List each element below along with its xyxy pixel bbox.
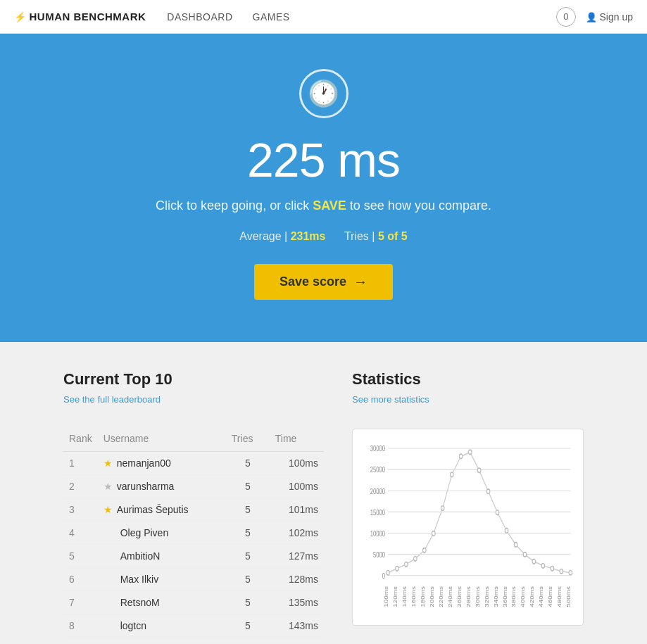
table-row: 4 Oleg Piven 5 102ms (63, 522, 324, 545)
svg-text:160ms: 160ms (410, 586, 416, 607)
table-row: 8 logtcn 5 143ms (63, 614, 324, 638)
username-cell: ★Aurimas Šeputis (98, 498, 226, 522)
leaderboard-title: Current Top 10 (63, 370, 324, 389)
col-rank: Rank (63, 429, 98, 452)
save-word: SAVE (313, 198, 346, 213)
table-row: 6 Max Ilkiv 5 128ms (63, 568, 324, 591)
statistics-chart: 300002500020000150001000050000100ms120ms… (352, 429, 584, 626)
silver-star-icon: ★ (103, 481, 113, 492)
hero-stats: Average | 231ms Tries | 5 of 5 (14, 230, 633, 243)
games-link[interactable]: GAMES (253, 11, 290, 23)
svg-text:10000: 10000 (370, 529, 385, 538)
svg-point-46 (486, 489, 490, 494)
svg-point-54 (560, 569, 563, 574)
leaderboard-section: Current Top 10 See the full leaderboard … (63, 370, 324, 638)
rank-cell: 5 (63, 545, 98, 568)
svg-text:260ms: 260ms (456, 586, 462, 607)
username-cell: Oleg Piven (98, 522, 226, 545)
svg-point-43 (459, 454, 463, 459)
svg-text:300ms: 300ms (475, 586, 480, 607)
svg-point-35 (387, 570, 390, 575)
svg-text:340ms: 340ms (493, 586, 498, 607)
svg-point-42 (450, 472, 453, 477)
tries-label: Tries | (344, 230, 378, 242)
svg-text:15000: 15000 (370, 507, 385, 517)
time-cell: 135ms (270, 591, 324, 614)
username-cell: Max Ilkiv (98, 568, 226, 591)
gold-star-icon: ★ (103, 457, 113, 469)
username-text: Oleg Piven (120, 527, 168, 538)
svg-point-50 (523, 553, 527, 557)
signup-button[interactable]: Sign up (586, 11, 633, 23)
svg-point-49 (514, 543, 517, 548)
svg-text:480ms: 480ms (557, 586, 563, 607)
save-score-button[interactable]: Save score → (254, 264, 393, 300)
leaderboard-table: Rank Username Tries Time 1 ★nemanjan00 5… (63, 429, 324, 638)
username-text: Max Ilkiv (120, 574, 158, 585)
dashboard-link[interactable]: DASHBOARD (167, 11, 232, 23)
username-cell: logtcn (98, 614, 226, 638)
svg-point-51 (532, 560, 536, 564)
tries-cell: 5 (226, 545, 270, 568)
svg-text:5000: 5000 (373, 550, 385, 560)
svg-text:25000: 25000 (370, 465, 385, 474)
bolt-icon: ⚡ (14, 11, 27, 23)
rank-cell: 1 (63, 452, 98, 475)
svg-point-38 (414, 557, 417, 562)
time-cell: 102ms (270, 522, 324, 545)
average-value: 231ms (291, 230, 326, 242)
subtitle-before: Click to keep going, or click (156, 198, 313, 213)
table-row: 2 ★varunsharma 5 100ms (63, 475, 324, 498)
svg-text:140ms: 140ms (401, 586, 407, 607)
arrow-icon: → (353, 274, 368, 290)
chart-svg: 300002500020000150001000050000100ms120ms… (360, 441, 576, 618)
svg-text:220ms: 220ms (438, 586, 444, 607)
tries-cell: 5 (226, 498, 270, 522)
svg-point-55 (569, 570, 572, 575)
hero-subtitle: Click to keep going, or click SAVE to se… (14, 198, 633, 213)
rank-cell: 6 (63, 568, 98, 591)
clock-icon: 🕐 (299, 69, 348, 118)
svg-text:360ms: 360ms (502, 586, 508, 607)
username-text: varunsharma (117, 481, 175, 492)
leaderboard-see-link[interactable]: See the full leaderboard (63, 394, 161, 405)
svg-point-53 (551, 566, 554, 571)
username-cell: ★varunsharma (98, 475, 226, 498)
brand-name: HUMAN BENCHMARK (30, 11, 146, 23)
svg-point-44 (468, 450, 472, 455)
tries-cell: 5 (226, 522, 270, 545)
statistics-section: Statistics See more statistics 300002500… (352, 370, 584, 638)
statistics-see-link[interactable]: See more statistics (352, 394, 429, 405)
svg-text:320ms: 320ms (484, 586, 489, 607)
svg-text:440ms: 440ms (539, 586, 544, 607)
rank-cell: 4 (63, 522, 98, 545)
score-badge: 0 (556, 7, 576, 27)
statistics-title: Statistics (352, 370, 584, 389)
svg-text:280ms: 280ms (465, 586, 471, 607)
svg-point-48 (505, 529, 508, 533)
average-label: Average | (239, 230, 290, 242)
svg-text:420ms: 420ms (529, 586, 535, 607)
rank-cell: 3 (63, 498, 98, 522)
svg-text:100ms: 100ms (383, 586, 389, 607)
svg-point-41 (441, 506, 444, 511)
username-cell: AmbitioN (98, 545, 226, 568)
subtitle-after: to see how you compare. (346, 198, 491, 213)
save-btn-label: Save score (279, 274, 346, 289)
username-cell: ★nemanjan00 (98, 452, 226, 475)
table-row: 1 ★nemanjan00 5 100ms (63, 452, 324, 475)
time-cell: 101ms (270, 498, 324, 522)
table-row: 7 RetsnoM 5 135ms (63, 591, 324, 614)
main-content: Current Top 10 See the full leaderboard … (0, 342, 647, 644)
username-text: Aurimas Šeputis (117, 504, 189, 515)
col-username: Username (98, 429, 226, 452)
svg-text:240ms: 240ms (447, 586, 453, 607)
svg-point-40 (432, 531, 435, 536)
brand[interactable]: ⚡ HUMAN BENCHMARK (14, 11, 146, 23)
nav-links: DASHBOARD GAMES (167, 11, 556, 23)
time-cell: 100ms (270, 475, 324, 498)
tries-cell: 5 (226, 591, 270, 614)
col-time: Time (270, 429, 324, 452)
svg-text:20000: 20000 (370, 486, 385, 495)
svg-text:460ms: 460ms (548, 586, 553, 607)
